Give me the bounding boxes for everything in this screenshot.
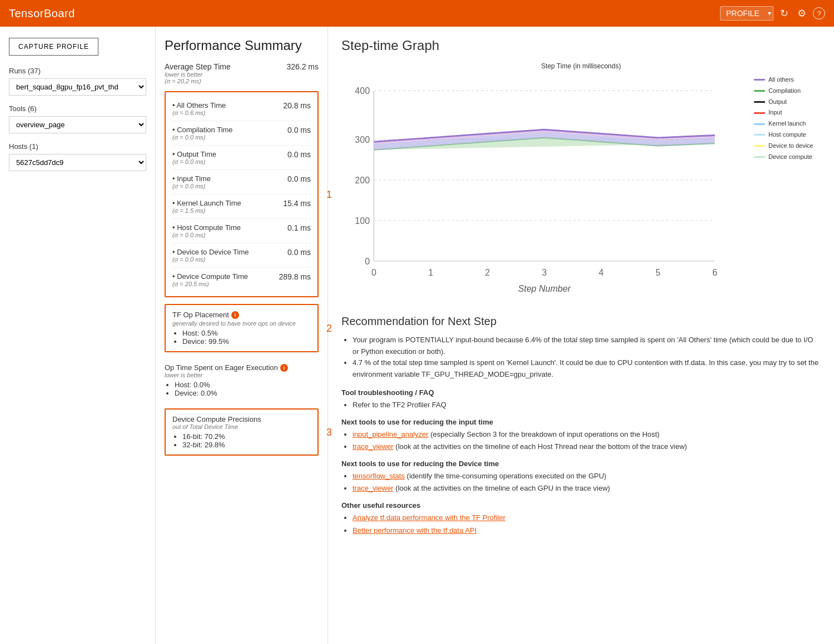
hosts-label: Hosts (1) (9, 142, 146, 151)
metric-value: 15.4 ms (272, 199, 311, 208)
troubleshoot-item: Refer to the TF2 Profiler FAQ (353, 399, 821, 411)
avg-step-label: Average Step Time (165, 62, 231, 71)
reduce-input-item: trace_viewer (look at the activities on … (353, 441, 821, 453)
metric-sigma: (σ = 0.0 ms) (172, 183, 211, 189)
legend-label: Host compute (768, 129, 806, 141)
metric-item: • Kernel Launch Time (σ = 1.5 ms) 15.4 m… (172, 194, 311, 219)
sidebar-runs-section: Runs (37) bert_squad_8gpu_fp16_pvt_thd (9, 67, 146, 96)
chart-svg: 0 100 200 300 400 0 1 2 3 4 5 6 (341, 74, 747, 302)
legend-label: All others (768, 74, 794, 86)
legend-item: Device compute (754, 152, 821, 163)
tfop-title: TF Op Placement i (172, 311, 311, 319)
eager-subtitle: lower is better (165, 372, 319, 378)
legend-item: Device to device (754, 141, 821, 152)
settings-icon[interactable]: ⚙ (795, 5, 808, 22)
reduce-device-link[interactable]: trace_viewer (353, 484, 394, 492)
perf-summary-title: Performance Summary (165, 38, 319, 53)
other-link-item: Better performance with the tf.data API (353, 525, 821, 537)
legend-color (754, 145, 765, 147)
dcp-item: 32-bit: 29.8% (182, 441, 311, 449)
rec-bullet: 4.7 % of the total step time sampled is … (353, 357, 821, 381)
metric-value: 0.0 ms (272, 248, 311, 257)
eager-info-icon[interactable]: i (280, 364, 288, 372)
graph-title: Step-time Graph (341, 38, 821, 53)
eager-title: Op Time Spent on Eager Execution i (165, 363, 319, 372)
box1-number: 1 (326, 188, 332, 200)
profile-wrapper: PROFILE (720, 6, 773, 21)
metric-item: • Host Compute Time (σ = 0.0 ms) 0.1 ms (172, 219, 311, 243)
help-icon[interactable]: ? (813, 7, 825, 19)
eager-list: Host: 0.0%Device: 0.0% (165, 381, 319, 397)
other-link[interactable]: Better performance with the tf.data API (353, 526, 476, 535)
legend-item: Output (754, 97, 821, 108)
refresh-icon[interactable]: ↻ (778, 5, 791, 22)
legend-color (754, 134, 765, 136)
legend-item: All others (754, 74, 821, 86)
metric-value: 0.1 ms (272, 223, 311, 232)
metric-label: • All Others Time (172, 101, 226, 109)
legend-color (754, 123, 765, 125)
other-resources-title: Other useful resources (341, 501, 821, 510)
tfop-subtitle: generally desired to have more ops on de… (172, 320, 311, 327)
legend-item: Input (754, 107, 821, 118)
eager-section: Op Time Spent on Eager Execution i lower… (165, 359, 319, 402)
legend-label: Input (768, 107, 782, 118)
metric-item: • All Others Time (σ = 0.6 ms) 20.8 ms (172, 97, 311, 121)
tools-select[interactable]: overview_page (9, 116, 146, 133)
metrics-box: • All Others Time (σ = 0.6 ms) 20.8 ms •… (165, 91, 319, 297)
legend-label: Kernel launch (768, 118, 806, 129)
reduce-device-item: trace_viewer (look at the activities on … (353, 482, 821, 495)
metric-value: 0.0 ms (272, 150, 311, 159)
legend-item: Host compute (754, 129, 821, 141)
runs-label: Runs (37) (9, 67, 146, 75)
tfop-list: Host: 0.5%Device: 99.5% (172, 329, 311, 346)
metric-value: 20.8 ms (272, 101, 311, 110)
reduce-input-title: Next tools to use for reducing the input… (341, 418, 821, 426)
metric-sigma: (σ = 20.5 ms) (172, 281, 248, 287)
avg-step-section: Average Step Time lower is better (σ = 2… (165, 62, 319, 84)
metric-value: 289.8 ms (272, 272, 311, 281)
svg-text:6: 6 (712, 267, 717, 277)
metric-sigma: (σ = 0.0 ms) (172, 134, 233, 141)
troubleshoot-title: Tool troubleshooting / FAQ (341, 388, 821, 397)
legend-label: Device to device (768, 141, 813, 152)
metric-sigma: (σ = 0.0 ms) (172, 256, 249, 263)
svg-text:5: 5 (656, 267, 661, 277)
dcp-box: Device Compute Precisions out of Total D… (165, 408, 319, 456)
svg-text:0: 0 (371, 267, 376, 277)
svg-text:200: 200 (355, 175, 370, 185)
app-title: TensorBoard (9, 7, 75, 20)
left-panel: Performance Summary Average Step Time lo… (156, 27, 328, 644)
reduce-input-link[interactable]: trace_viewer (353, 442, 394, 451)
reduce-input-links: input_pipeline_analyzer (especially Sect… (341, 428, 821, 453)
chart-title: Step Time (in milliseconds) (341, 62, 821, 70)
other-link[interactable]: Analyze tf.data performance with the TF … (353, 513, 505, 522)
svg-text:300: 300 (355, 134, 370, 144)
reduce-device-link[interactable]: tensorflow_stats (353, 472, 405, 480)
profile-select[interactable]: PROFILE (720, 6, 773, 21)
reduce-input-link[interactable]: input_pipeline_analyzer (353, 430, 429, 438)
avg-step-value: 326.2 ms (286, 62, 319, 71)
svg-text:2: 2 (485, 267, 490, 277)
metric-item: • Device to Device Time (σ = 0.0 ms) 0.0… (172, 243, 311, 268)
dcp-list: 16-bit: 70.2%32-bit: 29.8% (172, 432, 311, 449)
legend-label: Output (768, 97, 787, 108)
troubleshoot-bullets: Refer to the TF2 Profiler FAQ (341, 399, 821, 411)
main-layout: CAPTURE PROFILE Runs (37) bert_squad_8gp… (0, 27, 834, 644)
tfop-item: Device: 99.5% (182, 337, 311, 346)
eager-item: Device: 0.0% (175, 389, 319, 397)
metric-sigma: (σ = 0.0 ms) (172, 158, 216, 165)
rec-title: Recommendation for Next Step (341, 315, 821, 328)
metric-item: • Input Time (σ = 0.0 ms) 0.0 ms (172, 170, 311, 194)
hosts-select[interactable]: 5627c5dd7dc9 (9, 154, 146, 171)
avg-step-sublabel: lower is better (165, 71, 231, 78)
tfop-info-icon[interactable]: i (231, 311, 239, 319)
box2-number: 2 (326, 322, 332, 334)
topnav-right: PROFILE ↻ ⚙ ? (720, 5, 825, 22)
runs-select[interactable]: bert_squad_8gpu_fp16_pvt_thd (9, 78, 146, 96)
chart-container: Step Time (in milliseconds) (341, 62, 821, 302)
capture-profile-button[interactable]: CAPTURE PROFILE (9, 38, 98, 56)
metric-label: • Device Compute Time (172, 272, 248, 281)
svg-text:100: 100 (355, 216, 370, 226)
metric-sigma: (σ = 1.5 ms) (172, 207, 241, 214)
